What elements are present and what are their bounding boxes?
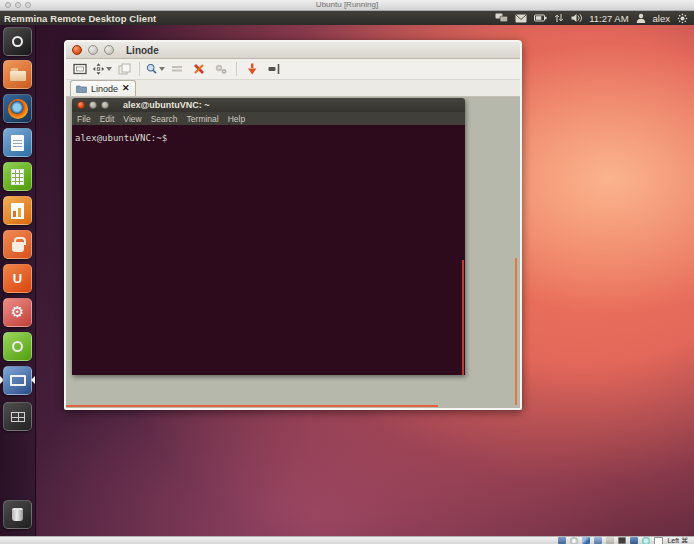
launcher-item-system-settings[interactable]: ⚙ xyxy=(3,298,32,327)
shopping-bag-icon xyxy=(12,242,24,252)
launcher-item-impress[interactable] xyxy=(3,196,32,225)
zoom-options-button[interactable] xyxy=(145,60,165,78)
host-window-buttons[interactable] xyxy=(5,2,31,8)
tab-folder-icon xyxy=(76,84,87,93)
exit-icon xyxy=(266,61,282,77)
grab-keyboard-button[interactable] xyxy=(167,60,187,78)
launcher-item-firefox[interactable] xyxy=(3,94,32,123)
vnc-artifact-horizontal-line xyxy=(66,405,438,407)
duplicate-icon xyxy=(116,61,132,77)
user-menu[interactable]: alex xyxy=(653,13,670,24)
menu-view[interactable]: View xyxy=(123,114,141,124)
exit-button[interactable] xyxy=(264,60,284,78)
menu-terminal[interactable]: Terminal xyxy=(187,114,219,124)
launcher-item-dash[interactable] xyxy=(3,27,32,56)
shared-folders-icon[interactable] xyxy=(606,537,614,544)
vnc-viewport[interactable]: alex@ubuntuVNC: ~ File Edit View Search … xyxy=(66,97,520,408)
launcher-item-workspace-switcher[interactable] xyxy=(3,402,32,431)
indicator-area: 11:27 AM alex xyxy=(495,13,694,24)
workspace-grid-icon xyxy=(11,412,25,422)
terminal-maximize-button[interactable] xyxy=(101,101,109,109)
session-gear-icon[interactable] xyxy=(677,13,688,24)
menu-help[interactable]: Help xyxy=(228,114,245,124)
harddisk-icon[interactable] xyxy=(558,537,566,544)
connection-settings-button[interactable] xyxy=(211,60,231,78)
terminal-titlebar[interactable]: alex@ubuntuVNC: ~ xyxy=(72,98,465,112)
gears-icon xyxy=(213,61,229,77)
ubuntu-logo-icon xyxy=(12,36,23,47)
tab-linode[interactable]: Linode ✕ xyxy=(70,80,136,96)
launcher-item-remmina[interactable] xyxy=(3,366,32,395)
maximize-button[interactable] xyxy=(104,45,114,55)
launcher-item-software-updater[interactable] xyxy=(3,332,32,361)
terminal-minimize-button[interactable] xyxy=(89,101,97,109)
mouse-integration-icon[interactable] xyxy=(642,537,650,544)
vbox-statusbar: Left ⌘ xyxy=(0,536,694,544)
remmina-window-title: Linode xyxy=(126,45,159,56)
cdrom-icon[interactable] xyxy=(570,537,578,544)
disconnect-button[interactable] xyxy=(242,60,262,78)
launcher-item-ubuntu-one[interactable]: U xyxy=(3,264,32,293)
network-icon[interactable] xyxy=(582,537,590,544)
messaging-icon[interactable] xyxy=(495,13,508,23)
ubuntu-one-icon: U xyxy=(13,272,22,285)
folder-icon xyxy=(10,71,26,81)
launcher-item-calc[interactable] xyxy=(3,162,32,191)
sync-arrows-icon[interactable] xyxy=(554,13,564,23)
vm-window-title: Ubuntu [Running] xyxy=(0,0,694,10)
menu-edit[interactable]: Edit xyxy=(100,114,115,124)
panel-app-title: Remmina Remote Desktop Client xyxy=(0,13,156,24)
desktop-wallpaper: U ⚙ Linode xyxy=(0,25,694,536)
chevron-down-icon xyxy=(159,67,165,71)
clock[interactable]: 11:27 AM xyxy=(589,13,628,24)
minimize-button[interactable] xyxy=(88,45,98,55)
calc-spreadsheet-icon xyxy=(11,169,24,185)
terminal-title: alex@ubuntuVNC: ~ xyxy=(123,100,210,110)
launcher-item-files[interactable] xyxy=(3,60,32,89)
terminal-body[interactable]: alex@ubuntuVNC:~$ xyxy=(72,125,465,375)
menu-file[interactable]: File xyxy=(77,114,91,124)
hostkey-state-icon xyxy=(654,537,663,544)
tab-label: Linode xyxy=(91,84,118,94)
toggle-fullscreen-button[interactable] xyxy=(70,60,90,78)
scale-arrows-icon xyxy=(92,61,105,77)
video-capture-icon[interactable] xyxy=(630,537,638,544)
writer-document-icon xyxy=(11,135,24,151)
connection-tools-button[interactable] xyxy=(189,60,209,78)
chevron-down-icon xyxy=(106,67,112,71)
firefox-icon xyxy=(8,99,28,119)
close-button[interactable] xyxy=(72,45,82,55)
focused-indicator-arrow xyxy=(31,376,35,384)
display-icon[interactable] xyxy=(618,537,626,544)
launcher-item-software-center[interactable] xyxy=(3,230,32,259)
usb-icon[interactable] xyxy=(594,537,602,544)
battery-icon[interactable] xyxy=(534,14,547,22)
terminal-menubar: File Edit View Search Terminal Help xyxy=(72,112,465,125)
host-close-button[interactable] xyxy=(5,2,11,8)
remmina-toolbar xyxy=(66,59,520,80)
remmina-monitor-icon xyxy=(10,375,26,386)
remmina-titlebar[interactable]: Linode xyxy=(66,42,520,59)
host-window-titlebar[interactable]: Ubuntu [Running] xyxy=(0,0,694,11)
terminal-prompt: alex@ubuntuVNC:~$ xyxy=(75,133,167,143)
launcher-item-trash[interactable] xyxy=(3,500,32,529)
impress-chart-icon xyxy=(11,203,24,219)
mail-icon[interactable] xyxy=(515,14,527,23)
grab-keyboard-icon xyxy=(169,61,185,77)
user-icon[interactable] xyxy=(636,13,646,23)
duplicate-connection-button[interactable] xyxy=(114,60,134,78)
terminal-window-buttons xyxy=(72,101,109,109)
scale-window-button[interactable] xyxy=(92,60,112,78)
tab-close-icon[interactable]: ✕ xyxy=(122,84,130,93)
host-zoom-button[interactable] xyxy=(25,2,31,8)
magnifier-icon xyxy=(145,61,158,77)
hostkey-label: Left ⌘ xyxy=(667,537,688,544)
menu-search[interactable]: Search xyxy=(151,114,178,124)
sound-icon[interactable] xyxy=(571,13,582,23)
remmina-tabbar: Linode ✕ xyxy=(66,80,520,97)
launcher-item-writer[interactable] xyxy=(3,128,32,157)
terminal-close-button[interactable] xyxy=(77,101,85,109)
host-minimize-button[interactable] xyxy=(15,2,21,8)
unity-launcher: U ⚙ xyxy=(0,25,36,536)
remmina-window-buttons xyxy=(66,45,114,55)
